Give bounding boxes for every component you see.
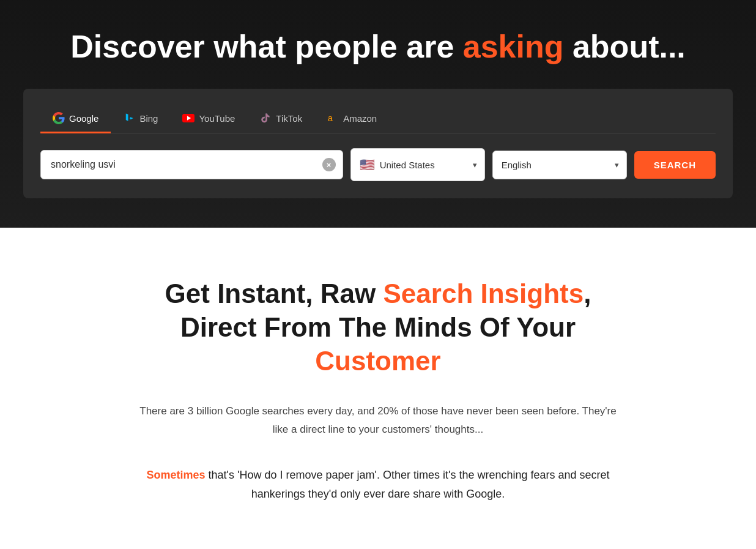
country-chevron-icon: ▾ — [473, 160, 477, 170]
tab-google-label: Google — [69, 113, 98, 124]
search-clear-button[interactable]: × — [322, 158, 336, 171]
country-dropdown[interactable]: 🇺🇸 United States ▾ — [350, 148, 485, 181]
content-highlight: Sometimes that's 'How do I remove paper … — [133, 466, 623, 504]
amazon-icon: a — [327, 112, 339, 124]
tab-amazon[interactable]: a Amazon — [314, 106, 389, 133]
search-button-label: SEARCH — [654, 160, 696, 170]
tab-bing-label: Bing — [139, 113, 158, 124]
content-desc-text: There are 3 billion Google searches ever… — [139, 405, 616, 435]
hero-title-start: Discover what people are — [70, 29, 463, 64]
search-button[interactable]: SEARCH — [634, 151, 716, 179]
content-title-accent2: Customer — [315, 346, 440, 376]
tab-youtube-label: YouTube — [199, 113, 235, 124]
svg-text:a: a — [328, 113, 333, 123]
tiktok-icon — [259, 112, 272, 124]
content-highlight-text: that's 'How do I remove paper jam'. Othe… — [206, 469, 610, 501]
language-dropdown-wrap: English ▾ — [492, 151, 627, 179]
flag-icon: 🇺🇸 — [360, 157, 375, 172]
content-title: Get Instant, Raw Search Insights,Direct … — [133, 277, 623, 378]
tab-google[interactable]: Google — [40, 106, 111, 133]
search-box: Google Bing YouTube — [23, 89, 733, 198]
country-dropdown-wrap: 🇺🇸 United States ▾ — [350, 148, 485, 181]
language-dropdown[interactable]: English ▾ — [492, 151, 627, 179]
clear-icon: × — [327, 160, 332, 170]
language-chevron-icon: ▾ — [615, 160, 619, 170]
search-input-wrap: × — [40, 150, 343, 179]
hero-section: Discover what people are asking about...… — [0, 0, 756, 228]
content-title-accent: Search Insights — [384, 278, 584, 308]
search-input[interactable] — [40, 150, 343, 179]
content-title-start: Get Instant, Raw — [165, 278, 384, 308]
tab-amazon-label: Amazon — [343, 113, 377, 124]
content-description: There are 3 billion Google searches ever… — [133, 402, 623, 439]
google-icon — [53, 112, 65, 124]
youtube-icon — [182, 112, 195, 124]
language-label: English — [502, 160, 532, 170]
hero-title-accent: asking — [463, 29, 564, 64]
tab-tiktok-label: TikTok — [276, 113, 302, 124]
bing-icon — [123, 112, 135, 124]
tab-youtube[interactable]: YouTube — [170, 106, 247, 133]
content-section: Get Instant, Raw Search Insights,Direct … — [0, 228, 756, 541]
hero-title: Discover what people are asking about... — [12, 29, 744, 64]
tab-bing[interactable]: Bing — [111, 106, 170, 133]
tab-bar: Google Bing YouTube — [40, 106, 716, 133]
content-highlight-prefix: Sometimes — [146, 469, 205, 481]
country-label: United States — [380, 160, 435, 170]
hero-title-end: about... — [563, 29, 685, 64]
search-row: × 🇺🇸 United States ▾ English ▾ — [40, 148, 716, 181]
tab-tiktok[interactable]: TikTok — [247, 106, 314, 133]
